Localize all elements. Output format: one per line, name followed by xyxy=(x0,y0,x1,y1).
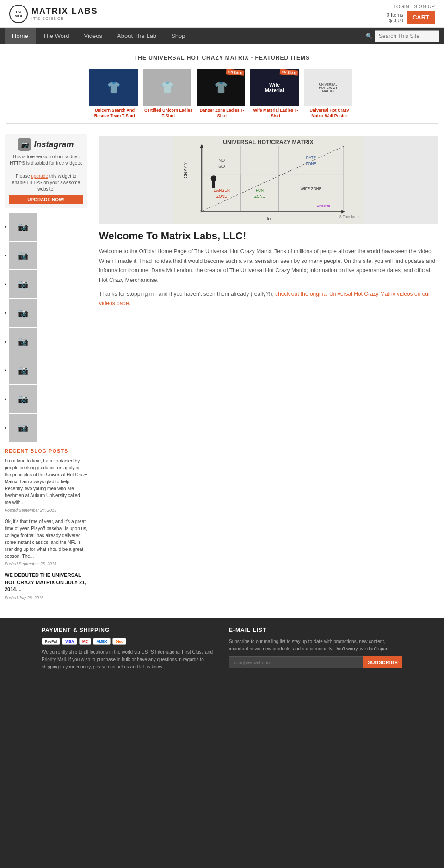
nav-item-the-word[interactable]: The Word xyxy=(36,28,77,44)
welcome-paragraph-1: Welcome to the Official Home Page of The… xyxy=(99,247,438,285)
paypal-icon: PayPal xyxy=(42,638,60,645)
signup-link[interactable]: SIGN UP xyxy=(414,4,435,9)
svg-text:DANGER: DANGER xyxy=(214,189,230,193)
recent-blog-title: RECENT BLOG POSTS xyxy=(5,448,87,454)
blog-post-2: Ok, it's that time of year, and it's a g… xyxy=(5,518,87,566)
svg-text:NO: NO xyxy=(218,158,225,163)
footer-payment-title: PAYMENT & SHIPPING xyxy=(42,627,215,633)
nav-item-about-the-lab[interactable]: About The Lab xyxy=(110,28,164,44)
photo-row-1: • 📷 xyxy=(5,213,87,241)
featured-item-5[interactable]: UNIVERSALHOT CRAZYMATRIX Universal Hot C… xyxy=(304,69,355,119)
photo-thumb-6[interactable]: 📷 xyxy=(9,356,37,384)
logo-area: HCMTX MATRIX LABS IT'S SCIENCE xyxy=(9,5,98,23)
nav-item-home[interactable]: Home xyxy=(5,28,36,44)
featured-label-1: Unicorn Search And Rescue Team T-Shirt xyxy=(89,108,140,119)
featured-label-4: Wife Material Ladies T-Shirt xyxy=(250,108,301,119)
wife-material-text: WifeMaterial xyxy=(265,82,284,93)
svg-text:Hot: Hot xyxy=(265,216,272,221)
svg-text:FUN: FUN xyxy=(256,189,264,193)
photo-thumb-5[interactable]: 📷 xyxy=(9,328,37,356)
sidebar: 📷 Instagram This is free version of our … xyxy=(0,129,92,610)
logo-circle: HCMTX xyxy=(9,5,28,23)
nav-item-videos[interactable]: Videos xyxy=(77,28,110,44)
svg-text:4: 4 xyxy=(199,210,202,214)
instagram-photos: • 📷 • 📷 • 📷 • 📷 • 📷 xyxy=(5,213,87,442)
camera-icon-5: 📷 xyxy=(18,337,28,347)
blog-post-title-3[interactable]: WE DEBUTED THE UNIVERSAL HOT CRAZY MATRI… xyxy=(5,572,87,593)
featured-label-2: Certified Unicorn Ladies T-Shirt xyxy=(143,108,194,119)
featured-item-3[interactable]: ON SALE 👕 Danger Zone Ladies T-Shirt xyxy=(197,69,247,119)
instagram-title: Instagram xyxy=(34,140,74,150)
footer-payment-col: PAYMENT & SHIPPING PayPal VISA MC AMEX D… xyxy=(42,627,215,671)
logo-sub: IT'S SCIENCE xyxy=(31,16,98,21)
blog-post-date-1: Posted September 24, 2015 xyxy=(5,508,87,512)
footer-inner: PAYMENT & SHIPPING PayPal VISA MC AMEX D… xyxy=(42,627,402,671)
photo-thumb-4[interactable]: 📷 xyxy=(9,299,37,327)
visa-icon: VISA xyxy=(62,638,77,645)
cart-area: 0 Items $ 0.00 CART xyxy=(387,11,435,24)
footer-email-title: E-MAIL LIST xyxy=(229,627,402,633)
recent-blog: RECENT BLOG POSTS From time to time, I a… xyxy=(5,448,87,599)
blog-post-date-3: Posted July 28, 2015 xyxy=(5,595,87,600)
site-header: HCMTX MATRIX LABS IT'S SCIENCE LOGIN SIG… xyxy=(0,0,444,28)
featured-section: THE UNIVERSAL HOT CRAZY MATRIX - FEATURE… xyxy=(6,50,438,124)
nav-item-shop[interactable]: Shop xyxy=(164,28,192,44)
matrix-chart-svg: UNIVERSAL HOT/CRAZY MATRIX CRAZY Hot NO … xyxy=(99,136,438,224)
header-right: LOGIN SIGN UP 0 Items $ 0.00 CART xyxy=(387,4,435,24)
featured-label-3: Danger Zone Ladies T-Shirt xyxy=(197,108,247,119)
camera-icon-8: 📷 xyxy=(18,423,28,433)
discover-icon: Disc xyxy=(112,638,127,645)
shirt-icon-3: 👕 xyxy=(214,81,228,94)
svg-text:CRAZY: CRAZY xyxy=(183,162,188,179)
subscribe-button[interactable]: SUBSCRIBE xyxy=(363,656,402,668)
cart-button[interactable]: CART xyxy=(407,11,435,24)
photo-row-2: • 📷 xyxy=(5,242,87,269)
featured-item-1[interactable]: 👕 Unicorn Search And Rescue Team T-Shirt xyxy=(89,69,140,119)
nav-search: 🔍 xyxy=(366,30,439,42)
blog-post-3: WE DEBUTED THE UNIVERSAL HOT CRAZY MATRI… xyxy=(5,572,87,599)
featured-item-4[interactable]: ON SALE WifeMaterial Wife Material Ladie… xyxy=(250,69,301,119)
featured-img-2: 👕 xyxy=(143,69,191,106)
upgrade-now-button[interactable]: UPGRADE NOW! xyxy=(9,195,83,204)
site-footer: PAYMENT & SHIPPING PayPal VISA MC AMEX D… xyxy=(0,618,444,680)
instagram-header: 📷 Instagram xyxy=(9,138,83,151)
content-area: 📷 Instagram This is free version of our … xyxy=(0,129,444,610)
photo-row-7: • 📷 xyxy=(5,385,87,413)
blog-post-1: From time to time, I am contacted by peo… xyxy=(5,457,87,512)
mastercard-icon: MC xyxy=(79,638,91,645)
photo-thumb-7[interactable]: 📷 xyxy=(9,385,37,413)
svg-point-23 xyxy=(211,176,216,181)
email-input[interactable] xyxy=(229,656,363,668)
logo-name: MATRIX LABS xyxy=(31,6,98,16)
featured-img-5: UNIVERSALHOT CRAZYMATRIX xyxy=(304,69,352,106)
email-input-area: SUBSCRIBE xyxy=(229,656,402,668)
cart-info: 0 Items $ 0.00 xyxy=(387,12,403,23)
photo-thumb-8[interactable]: 📷 xyxy=(9,414,37,442)
logo-text: MATRIX LABS IT'S SCIENCE xyxy=(31,6,98,21)
photo-thumb-1[interactable]: 📷 xyxy=(9,213,37,241)
cart-items: 0 Items xyxy=(387,12,403,18)
cart-total: $ 0.00 xyxy=(387,18,403,23)
login-link[interactable]: LOGIN xyxy=(394,4,409,9)
search-input[interactable] xyxy=(375,30,439,42)
welcome-paragraph-2: Thanks for stopping in - and if you have… xyxy=(99,289,438,308)
main-nav: Home The Word Videos About The Lab Shop … xyxy=(0,28,444,44)
camera-icon-4: 📷 xyxy=(18,308,28,318)
footer-email-sub: Subscribe to our mailing list to stay up… xyxy=(229,638,402,653)
featured-item-2[interactable]: 👕 Certified Unicorn Ladies T-Shirt xyxy=(143,69,194,119)
auth-links: LOGIN SIGN UP xyxy=(394,4,435,9)
photo-thumb-3[interactable]: 📷 xyxy=(9,270,37,298)
featured-img-4: ON SALE WifeMaterial xyxy=(250,69,299,106)
svg-text:GO: GO xyxy=(218,164,225,169)
svg-text:WIFE ZONE: WIFE ZONE xyxy=(301,187,322,191)
photo-row-4: • 📷 xyxy=(5,299,87,327)
shirt-icon-1: 👕 xyxy=(107,81,121,94)
featured-items: 👕 Unicorn Search And Rescue Team T-Shirt… xyxy=(11,69,433,119)
photo-thumb-2[interactable]: 📷 xyxy=(9,242,37,269)
blog-post-text-1: From time to time, I am contacted by peo… xyxy=(5,457,87,506)
svg-text:ZONE: ZONE xyxy=(254,194,265,199)
blog-post-date-2: Posted September 23, 2015 xyxy=(5,562,87,566)
main-content: UNIVERSAL HOT/CRAZY MATRIX CRAZY Hot NO … xyxy=(92,129,444,610)
upgrade-link[interactable]: upgrade xyxy=(31,174,48,179)
on-sale-badge-4: ON SALE xyxy=(279,69,298,75)
